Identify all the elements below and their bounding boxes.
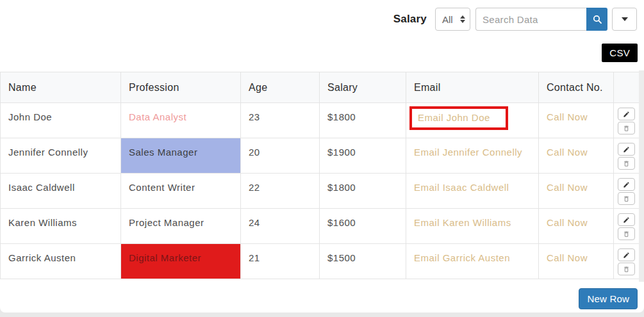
- delete-button[interactable]: [618, 157, 635, 170]
- cell-contact: Call Now: [539, 244, 614, 279]
- table-row: Karen Williams Project Manager 24 $1600 …: [1, 209, 640, 244]
- column-header-profession: Profession: [121, 72, 241, 103]
- call-now-link[interactable]: Call Now: [547, 217, 588, 228]
- column-header-salary: Salary: [320, 72, 406, 103]
- cell-salary: $1600: [320, 209, 406, 244]
- cell-profession: Digital Marketer: [121, 244, 241, 279]
- email-link[interactable]: Email Isaac Caldwell: [414, 182, 509, 193]
- column-header-actions: [614, 72, 640, 103]
- trash-icon: [623, 160, 630, 167]
- email-link[interactable]: Email John Doe: [418, 112, 490, 123]
- cell-age: 20: [241, 138, 320, 174]
- trash-icon: [623, 195, 630, 202]
- trash-icon: [623, 125, 630, 132]
- filter-toolbar: Salary All: [0, 0, 644, 31]
- up-down-spinner-icon: [460, 15, 465, 23]
- edit-button[interactable]: [618, 178, 635, 191]
- trash-icon: [623, 231, 630, 238]
- cell-age: 23: [241, 103, 320, 138]
- call-now-link[interactable]: Call Now: [547, 252, 588, 263]
- cell-name: Jennifer Connelly: [1, 138, 121, 174]
- cell-profession: Content Writer: [121, 174, 241, 209]
- cell-age: 21: [241, 244, 320, 279]
- cell-actions: [614, 138, 640, 174]
- edit-button[interactable]: [618, 248, 635, 261]
- cell-email: Email Jennifer Connelly: [406, 138, 539, 174]
- search-input[interactable]: [475, 8, 586, 31]
- cell-actions: [614, 103, 640, 138]
- csv-export-button[interactable]: CSV: [602, 44, 638, 62]
- pencil-icon: [623, 252, 630, 259]
- column-header-age: Age: [241, 72, 320, 103]
- call-now-link[interactable]: Call Now: [547, 111, 588, 122]
- search-button[interactable]: [586, 8, 607, 31]
- delete-button[interactable]: [618, 192, 635, 205]
- cell-profession: Data Analyst: [121, 103, 241, 138]
- delete-button[interactable]: [618, 122, 635, 134]
- cell-name: John Doe: [1, 103, 121, 138]
- pencil-icon: [623, 146, 630, 153]
- cell-profession: Project Manager: [121, 209, 241, 244]
- cell-name: Garrick Austen: [1, 244, 121, 279]
- pencil-icon: [623, 181, 630, 188]
- cell-contact: Call Now: [539, 174, 614, 209]
- cell-email: Email Isaac Caldwell: [406, 174, 539, 209]
- data-table: Name Profession Age Salary Email Contact…: [0, 72, 640, 279]
- cell-salary: $1900: [320, 138, 406, 174]
- cell-salary: $1800: [320, 174, 406, 209]
- page-edge-strip: [639, 70, 644, 282]
- pencil-icon: [623, 216, 630, 224]
- delete-button[interactable]: [618, 227, 635, 240]
- new-row-button[interactable]: New Row: [579, 288, 638, 309]
- cell-name: Karen Williams: [1, 209, 121, 244]
- column-header-email: Email: [406, 72, 539, 103]
- email-link[interactable]: Email Jennifer Connelly: [414, 147, 522, 158]
- cell-name: Isaac Caldwell: [1, 174, 121, 209]
- column-header-name: Name: [1, 72, 121, 103]
- filter-label: Salary: [393, 13, 427, 26]
- cell-email: Email Karen Williams: [406, 209, 539, 244]
- trash-icon: [623, 266, 630, 273]
- table-footer: New Row: [0, 279, 644, 309]
- pencil-icon: [623, 111, 630, 118]
- cell-actions: [614, 244, 640, 279]
- table-row: Isaac Caldwell Content Writer 22 $1800 E…: [1, 174, 640, 209]
- edit-button[interactable]: [618, 143, 635, 156]
- cell-profession: Sales Manager: [121, 138, 241, 174]
- call-now-link[interactable]: Call Now: [547, 147, 588, 158]
- cell-age: 22: [241, 174, 320, 209]
- highlight-box: Email John Doe: [409, 106, 508, 130]
- cell-contact: Call Now: [539, 138, 614, 174]
- filter-select[interactable]: All: [435, 8, 470, 31]
- search-options-dropdown-button[interactable]: [612, 8, 637, 31]
- cell-email: Email Garrick Austen: [406, 244, 539, 279]
- email-link[interactable]: Email Karen Williams: [414, 217, 511, 228]
- column-header-contact: Contact No.: [539, 72, 614, 103]
- cell-actions: [614, 209, 640, 244]
- export-row: CSV: [0, 44, 644, 62]
- header-row: Name Profession Age Salary Email Contact…: [1, 72, 640, 103]
- cell-salary: $1800: [320, 103, 406, 138]
- edit-button[interactable]: [618, 108, 635, 120]
- cell-contact: Call Now: [539, 103, 614, 138]
- table-row: John Doe Data Analyst 23 $1800 Email Joh…: [1, 103, 640, 138]
- email-link[interactable]: Email Garrick Austen: [414, 252, 510, 263]
- cell-age: 24: [241, 209, 320, 244]
- call-now-link[interactable]: Call Now: [547, 182, 588, 193]
- edit-button[interactable]: [618, 213, 635, 226]
- caret-down-icon: [622, 17, 628, 21]
- table-row: Jennifer Connelly Sales Manager 20 $1900…: [1, 138, 640, 174]
- filter-select-value: All: [442, 14, 453, 25]
- delete-button[interactable]: [618, 263, 635, 275]
- cell-actions: [614, 174, 640, 209]
- table-row: Garrick Austen Digital Marketer 21 $1500…: [1, 244, 640, 279]
- cell-email: Email John Doe: [406, 103, 539, 138]
- content-card: Salary All CSV: [0, 0, 644, 313]
- cell-salary: $1500: [320, 244, 406, 279]
- cell-contact: Call Now: [539, 209, 614, 244]
- magnifier-icon: [592, 14, 602, 24]
